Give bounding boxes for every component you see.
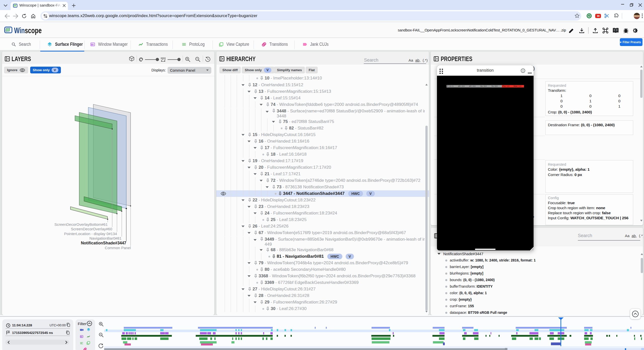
svg-text:NavigationBar0#81: NavigationBar0#81 [89, 236, 122, 240]
svg-text:PointerLocation - display 0#13: PointerLocation - display 0#134 [64, 232, 117, 236]
svg-text:Common Panel: Common Panel [105, 246, 131, 250]
svg-text:NotificationShade#3447: NotificationShade#3447 [81, 241, 127, 245]
svg-text:ScreenDecorOverlay#60: ScreenDecorOverlay#60 [71, 227, 112, 231]
svg-text:ScreenDecorOverlayBottom#61: ScreenDecorOverlayBottom#61 [54, 222, 108, 227]
